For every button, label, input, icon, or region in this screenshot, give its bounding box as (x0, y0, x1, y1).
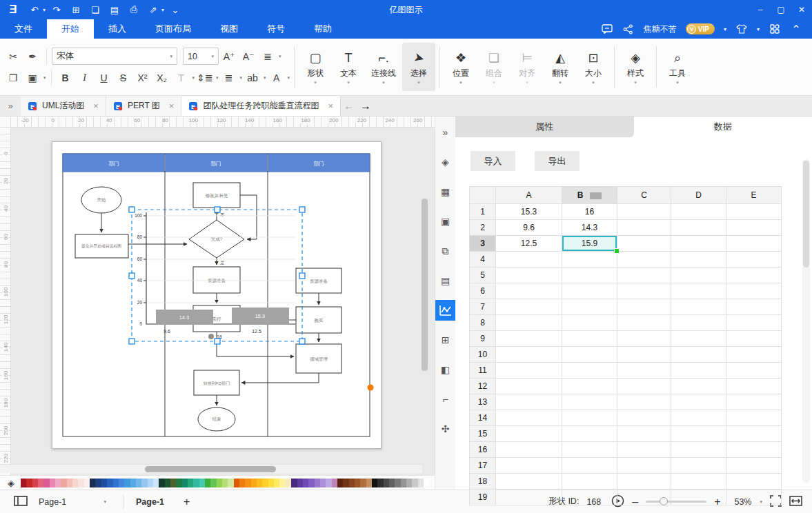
palette-swatch[interactable] (72, 479, 78, 487)
palette-fill-icon[interactable]: ◈ (4, 477, 18, 488)
cell-C18[interactable] (617, 474, 671, 490)
tool-button-11[interactable]: ⌕工具▾ (661, 43, 694, 91)
palette-swatch[interactable] (337, 479, 343, 487)
palette-swatch[interactable] (50, 479, 55, 487)
import-button[interactable]: 导入 (471, 151, 515, 171)
cell-E17[interactable] (726, 458, 782, 474)
palette-swatch[interactable] (38, 479, 43, 487)
cell-C10[interactable] (617, 347, 671, 363)
cell-D15[interactable] (671, 426, 726, 442)
palette-swatch[interactable] (308, 479, 314, 487)
canvas-horizontal-scrollbar-track[interactable] (0, 464, 422, 473)
tab-properties[interactable]: 属性 (455, 117, 634, 137)
palette-swatch[interactable] (148, 479, 153, 487)
row-header-14[interactable]: 14 (470, 410, 496, 426)
palette-swatch[interactable] (401, 479, 406, 487)
palette-swatch[interactable] (268, 479, 274, 487)
row-header-15[interactable]: 15 (470, 426, 496, 442)
symbol-library-icon[interactable]: ▦ (435, 181, 456, 202)
cell-C17[interactable] (617, 458, 671, 474)
shape-tools-icon[interactable]: ◧ (435, 359, 456, 380)
cell-B1[interactable]: 16 (562, 204, 617, 220)
palette-swatch[interactable] (234, 479, 239, 487)
paste-button[interactable]: ▣ (23, 70, 41, 86)
palette-swatch[interactable] (165, 479, 170, 487)
subscript-button[interactable]: X₂ (153, 70, 171, 86)
cell-E10[interactable] (726, 347, 782, 363)
tool-button-4[interactable]: ➤选择▾ (402, 43, 435, 91)
cell-B9[interactable] (562, 331, 617, 347)
add-page-button[interactable]: + (184, 496, 190, 508)
palette-swatch[interactable] (205, 479, 210, 487)
close-button[interactable]: ✕ (791, 0, 812, 19)
cell-C9[interactable] (617, 331, 671, 347)
palette-swatch[interactable] (286, 479, 291, 487)
cell-E9[interactable] (726, 331, 782, 347)
row-header-6[interactable]: 6 (470, 283, 496, 299)
palette-swatch[interactable] (101, 479, 107, 487)
cell-A15[interactable] (496, 426, 562, 442)
palette-swatch[interactable] (372, 479, 377, 487)
cell-A10[interactable] (496, 347, 562, 363)
open-file-button[interactable]: ❏ (87, 2, 103, 17)
cell-D10[interactable] (671, 347, 726, 363)
palette-swatch[interactable] (193, 479, 199, 487)
cell-E18[interactable] (726, 474, 782, 490)
cell-A5[interactable] (496, 268, 562, 283)
cell-A3[interactable]: 12.5 (496, 236, 562, 252)
cell-C14[interactable] (617, 410, 671, 426)
cell-E13[interactable] (726, 394, 782, 410)
char-spacing-button[interactable]: ab (244, 70, 261, 86)
cell-D12[interactable] (671, 379, 726, 394)
row-header-10[interactable]: 10 (470, 347, 496, 363)
cell-B19[interactable] (562, 490, 617, 505)
theme-shirt-icon[interactable] (735, 23, 748, 35)
palette-swatch[interactable] (274, 479, 279, 487)
cell-E16[interactable] (726, 442, 782, 458)
vip-badge[interactable]: V VIP (686, 23, 715, 34)
pages-icon[interactable] (14, 496, 28, 508)
list-button[interactable]: ≣ (220, 70, 238, 86)
cell-D9[interactable] (671, 331, 726, 347)
cell-A16[interactable] (496, 442, 562, 458)
document-tab-3[interactable]: E团队处理任务跨职能垂直流程图× (181, 96, 341, 116)
row-header-13[interactable]: 13 (470, 394, 496, 410)
tab-nav-forward-icon[interactable]: → (357, 96, 374, 116)
undo-button[interactable]: ↶ (26, 2, 43, 17)
palette-swatch[interactable] (384, 479, 389, 487)
row-header-19[interactable]: 19 (470, 490, 496, 505)
document-tab-1[interactable]: EUML活动图× (21, 96, 106, 116)
palette-swatch[interactable] (119, 479, 124, 487)
cell-C16[interactable] (617, 442, 671, 458)
user-name[interactable]: 焦糖不苦 (644, 23, 677, 35)
line-spacing-button[interactable]: ⇕≣ (196, 70, 214, 86)
cell-D17[interactable] (671, 458, 726, 474)
palette-swatch[interactable] (124, 479, 130, 487)
palette-swatch[interactable] (176, 479, 181, 487)
insert-image-icon[interactable]: ▣ (435, 211, 456, 232)
cell-D11[interactable] (671, 363, 726, 379)
table-icon[interactable]: ⊞ (435, 330, 456, 350)
palette-swatch[interactable] (424, 479, 429, 487)
palette-swatch[interactable] (332, 479, 337, 487)
cell-D7[interactable] (671, 299, 726, 315)
cell-A13[interactable] (496, 394, 562, 410)
tool-button-7[interactable]: ⊨对齐▾ (511, 43, 544, 91)
print-button[interactable]: ⎙ (126, 2, 142, 17)
cell-A4[interactable] (496, 252, 562, 268)
italic-button[interactable]: I (76, 70, 94, 86)
connector-tools-icon[interactable]: ⌐ (435, 389, 456, 410)
cell-B16[interactable] (562, 442, 617, 458)
palette-swatch[interactable] (26, 479, 32, 487)
cell-A19[interactable] (496, 490, 562, 505)
cell-A17[interactable] (496, 458, 562, 474)
palette-swatch[interactable] (67, 479, 72, 487)
column-header-B[interactable]: B (562, 187, 617, 204)
minimize-button[interactable]: – (750, 0, 771, 19)
palette-swatch[interactable] (291, 479, 297, 487)
cell-B11[interactable] (562, 363, 617, 379)
cell-E2[interactable] (726, 220, 782, 236)
cell-D3[interactable] (671, 236, 726, 252)
row-header-11[interactable]: 11 (470, 363, 496, 379)
tool-button-8[interactable]: ◭翻转▾ (544, 43, 577, 91)
